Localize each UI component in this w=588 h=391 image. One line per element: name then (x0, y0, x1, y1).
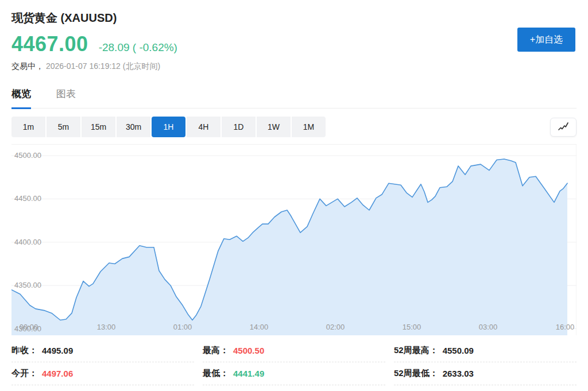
x-axis-label: 00:00 (20, 323, 38, 332)
tab-overview[interactable]: 概览 (11, 87, 31, 109)
tabs: 概览图表 (11, 87, 577, 109)
stat-row: 52周最低：2633.03 (394, 362, 577, 385)
stats-panel: 昨收：4495.09今开：4497.06最高：4500.50最低：4441.49… (11, 339, 577, 385)
trade-status-row: 交易中， 2026-01-07 16:19:12 (北京时间) (11, 61, 577, 72)
stat-value: 4495.09 (42, 346, 73, 355)
last-price: 4467.00 (11, 32, 88, 56)
price-row: 4467.00 -28.09 ( -0.62%) (11, 32, 577, 56)
x-axis-label: 15:00 (403, 323, 421, 332)
area-fill (11, 159, 567, 335)
timeframe-button-30m[interactable]: 30m (117, 117, 150, 137)
chart-toolbar: 1m5m15m30m1H4H1D1W1M (11, 117, 577, 137)
timeframe-bar: 1m5m15m30m1H4H1D1W1M (11, 117, 326, 137)
chart-type-button[interactable] (550, 118, 577, 137)
timeframe-button-1m[interactable]: 1m (11, 117, 45, 137)
timeframe-button-5m[interactable]: 5m (47, 117, 80, 137)
stat-label: 最低： (203, 368, 229, 379)
price-chart-plot[interactable]: 4500.004450.004400.004350.004300.0000:00… (11, 144, 577, 335)
line-chart-icon (557, 121, 570, 133)
stat-row: 52周最高：4550.09 (394, 339, 577, 362)
stat-label: 52周最高： (394, 345, 438, 356)
stat-value: 4497.06 (42, 369, 73, 378)
stat-row: 最高：4500.50 (203, 339, 385, 362)
timeframe-button-1h[interactable]: 1H (152, 117, 185, 137)
instrument-title: 现货黄金 (XAUUSD) (11, 10, 577, 26)
stat-label: 最高： (203, 345, 229, 356)
stat-label: 今开： (11, 368, 37, 379)
stat-row: 昨收：4495.09 (11, 339, 194, 362)
x-axis-label: 01:00 (173, 323, 192, 332)
y-axis-label: 4400.00 (14, 238, 41, 247)
stat-label: 昨收： (11, 345, 37, 356)
stat-value: 4550.09 (443, 346, 474, 355)
stat-label: 52周最低： (394, 368, 438, 379)
x-axis-label: 14:00 (250, 323, 269, 332)
stats-column: 52周最高：4550.0952周最低：2633.03 (394, 339, 577, 385)
y-axis-label: 4500.00 (14, 151, 41, 160)
quote-timestamp: 2026-01-07 16:19:12 (北京时间) (46, 61, 160, 71)
timeframe-button-1d[interactable]: 1D (222, 117, 256, 137)
quote-page: 现货黄金 (XAUUSD) 4467.00 -28.09 ( -0.62%) 交… (0, 0, 588, 391)
stats-column: 昨收：4495.09今开：4497.06 (11, 339, 194, 385)
stat-row: 今开：4497.06 (11, 362, 194, 385)
x-axis-label: 02:00 (326, 323, 345, 332)
stats-column: 最高：4500.50最低：4441.49 (203, 339, 385, 385)
price-change: -28.09 ( -0.62%) (99, 41, 177, 54)
tab-chart[interactable]: 图表 (56, 87, 76, 108)
trade-status: 交易中， (11, 61, 44, 71)
stat-value: 2633.03 (443, 369, 474, 378)
stat-value: 4441.49 (233, 369, 264, 378)
timeframe-button-15m[interactable]: 15m (82, 117, 115, 137)
add-watchlist-button[interactable]: +加自选 (517, 28, 575, 52)
x-axis-label: 13:00 (97, 323, 116, 332)
timeframe-button-4h[interactable]: 4H (187, 117, 220, 137)
timeframe-button-1m[interactable]: 1M (292, 117, 326, 137)
timeframe-button-1w[interactable]: 1W (257, 117, 291, 137)
x-axis-label: 03:00 (479, 323, 498, 332)
y-axis-label: 4350.00 (14, 281, 41, 290)
y-axis-label: 4450.00 (14, 194, 41, 203)
stat-row: 最低：4441.49 (203, 362, 385, 385)
chart-canvas[interactable] (11, 145, 577, 335)
x-axis-label: 16:00 (556, 323, 575, 332)
stat-value: 4500.50 (233, 346, 264, 355)
